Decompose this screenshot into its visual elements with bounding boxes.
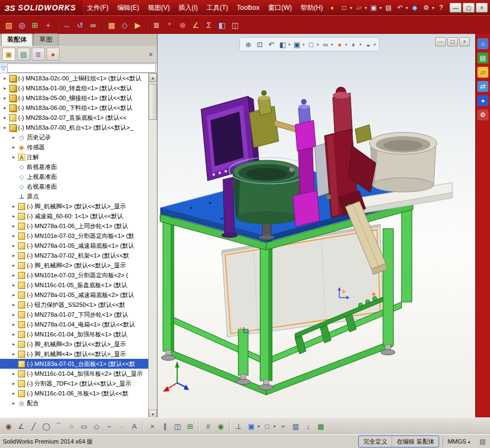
hide-show-items-button-dropdown[interactable]: ▾ — [331, 42, 333, 47]
view-palette-icon[interactable]: ⇄ — [477, 81, 488, 92]
tree-item[interactable]: ◇ 上视基准面 — [0, 172, 149, 182]
tree-item[interactable]: ▸ (-) 脚_机械脚<4> (默认<<默认>_显示 — [0, 349, 149, 359]
tree-item[interactable]: ▸ ◷ 历史记录 — [0, 132, 149, 142]
mass-properties-button[interactable]: Σ — [203, 19, 215, 31]
show-hidden-components-button[interactable]: ∞ — [87, 19, 99, 31]
model-canvas[interactable] — [158, 34, 475, 418]
tree-item[interactable]: ▸ (-) MN183a-07-01_台面板<1> (默认<<默 — [0, 359, 149, 369]
line-button[interactable]: ╱ — [28, 421, 39, 432]
display-style-button[interactable]: □ — [306, 39, 317, 50]
scrollbar-track[interactable] — [149, 82, 157, 410]
menu-item[interactable]: 编辑(E) — [113, 0, 143, 15]
menu-item[interactable]: 窗口(W) — [264, 0, 296, 15]
tree-item[interactable]: ▸ (-) MN278a-01-06_上同步轮<1> (默认 — [0, 221, 149, 231]
display-style-button-dropdown[interactable]: ▾ — [317, 42, 319, 47]
tree-item[interactable]: ▸ (-) 脚_机械脚<3> (默认<<默认>_显示 — [0, 339, 149, 349]
expand-arrow[interactable]: ▸ — [2, 75, 8, 81]
trim-entities-button[interactable]: × — [147, 421, 158, 432]
expand-arrow[interactable]: ▸ — [11, 213, 16, 219]
view-orientation-button-dropdown[interactable]: ▾ — [302, 42, 305, 47]
menu-item[interactable]: 文件(F) — [83, 0, 113, 15]
expand-arrow[interactable]: ▸ — [11, 400, 16, 406]
open-button-dropdown[interactable]: ▾ — [365, 5, 367, 10]
linear-sketch-pattern-button[interactable]: ⊞ — [184, 421, 196, 432]
hide-show-items-button[interactable]: ∞ — [320, 39, 331, 50]
tree-item[interactable]: ▸ (-) MN278a-01-04_电箱<1> (默认<<默认 — [0, 319, 149, 329]
expand-arrow[interactable]: ▸ — [11, 263, 16, 268]
exploded-view-button[interactable]: * — [164, 19, 176, 31]
expand-arrow[interactable]: ▸ — [11, 322, 16, 327]
measure-button[interactable]: ∠ — [190, 19, 202, 31]
view-settings-button[interactable]: ◒ — [363, 39, 374, 50]
tree-item[interactable]: ▸ (-) MN183a-06-00_下料组<1> (默认<<默认 — [0, 103, 149, 113]
options-button[interactable]: ⚙ — [421, 3, 431, 13]
units-selector[interactable]: MMGS ▴ — [442, 436, 475, 447]
manager-tabs-overflow-button[interactable]: » — [149, 50, 155, 58]
expand-arrow[interactable]: ▸ — [11, 203, 16, 209]
tree-item[interactable]: ▸ (-) MN278a-01-05_减速箱底板<1> (默认 — [0, 241, 149, 251]
tree-item[interactable]: ▸ (-) MN116c-01-04_加强吊板<2> (默认_显示 — [0, 369, 149, 379]
open-button[interactable]: ▱ — [354, 3, 364, 13]
expand-arrow[interactable]: ▸ — [11, 361, 16, 366]
tree-item[interactable]: ▸ (-) MN116c-01-05_振盘底板<1> (默认 — [0, 280, 149, 290]
ellipse-button[interactable]: ○ — [66, 421, 77, 432]
tree-item[interactable]: ▸ (-) MN273a-07-02_机架<1> (默认<<默 — [0, 251, 149, 260]
graphics-viewport[interactable]: ⊕⊡↶◧▾▣▾□▾∞▾●▾◐▾◒▾ —▢× — [158, 34, 475, 418]
tree-scrollbar[interactable]: ▲ ▼ — [148, 73, 157, 418]
smart-fasteners-button[interactable]: + — [42, 19, 54, 31]
tree-item[interactable]: ▸ (-) 脚_机械脚<1> (默认<<默认>_显示 — [0, 201, 149, 211]
expand-arrow[interactable]: ▸ — [2, 115, 8, 120]
expand-arrow[interactable]: ▸ — [2, 105, 8, 110]
polygon-button[interactable]: ◇ — [91, 421, 102, 432]
featuremanager-tab[interactable]: ▣ — [2, 48, 15, 61]
minimize-button[interactable]: — — [450, 3, 462, 13]
apply-scene-button-dropdown[interactable]: ▾ — [359, 42, 361, 47]
appearances-icon[interactable]: ● — [477, 95, 488, 106]
move-component-button[interactable]: ↔ — [61, 19, 73, 31]
tree-item[interactable]: ▸ (-) MN183a-02c-00_上铜柱组<1> (默认<<默认 — [0, 73, 149, 83]
menu-item[interactable]: Toolbox — [232, 0, 264, 15]
point-button[interactable]: · — [116, 421, 127, 432]
menu-pin-icon[interactable]: ♦ — [327, 4, 337, 11]
tree-item[interactable]: ▸ (-) 钮力保护器_SS250<1> (默认<<默 — [0, 300, 149, 310]
model-magenta-column[interactable] — [289, 99, 320, 226]
save-button-dropdown[interactable]: ▾ — [380, 5, 382, 10]
linear-component-pattern-button[interactable]: ⊞ — [29, 19, 41, 31]
menu-item[interactable]: 插入(I) — [174, 0, 202, 15]
edit-appearance-button-dropdown[interactable]: ▾ — [345, 42, 347, 47]
edit-appearance-button[interactable]: ● — [334, 39, 345, 50]
mirror-entities-button[interactable]: ◫ — [172, 421, 183, 432]
expand-arrow[interactable]: ▸ — [11, 144, 16, 150]
pattern-grid-button[interactable]: ▩ — [315, 421, 326, 432]
assembly-features-button[interactable]: ▦ — [106, 19, 118, 31]
screen-capture-button[interactable]: ◫ — [229, 19, 241, 31]
tree-item[interactable]: ▸ (-) MN116c-01-06_吊板<1> (默认<<默 — [0, 388, 149, 398]
expand-arrow[interactable]: ▸ — [11, 135, 16, 140]
rotate-component-button[interactable]: ↺ — [74, 19, 86, 31]
shaded-view-button-dropdown[interactable]: ▾ — [273, 424, 276, 429]
viewport-restore-button[interactable]: ▢ — [447, 37, 458, 46]
window-select-button[interactable]: ▥ — [290, 421, 301, 432]
expand-arrow[interactable]: ▸ — [11, 341, 16, 347]
expand-arrow[interactable]: ▸ — [11, 282, 16, 288]
insert-components-button[interactable]: ▧ — [3, 19, 15, 31]
model-olive-unit[interactable] — [249, 90, 298, 148]
maximize-button[interactable]: ▢ — [463, 3, 475, 13]
units-dropdown[interactable]: ▴ — [468, 439, 470, 444]
offset-entities-button[interactable]: ∥ — [159, 421, 171, 432]
tree-filter-input[interactable] — [7, 63, 156, 73]
save-button[interactable]: ▣ — [369, 3, 379, 13]
new-motion-study-button[interactable]: ▶ — [132, 19, 144, 31]
tree-item[interactable]: ▸ (-) 减速箱_60-60: 1<1> (默认<<默认 — [0, 211, 149, 221]
tree-item[interactable]: ▸ (-) 分割器_7DF<1> (默认<<默认>_显示 — [0, 379, 149, 388]
expand-arrow[interactable]: ▸ — [11, 331, 16, 337]
expand-arrow[interactable]: ▸ — [11, 312, 16, 317]
sketch-button[interactable]: ◉ — [3, 421, 14, 432]
circle-button[interactable]: ◯ — [40, 421, 52, 432]
view-planes-button-dropdown[interactable]: ▾ — [258, 424, 260, 429]
expand-arrow[interactable]: ▸ — [2, 125, 8, 130]
tree-item[interactable]: ▸ A 注解 — [0, 152, 149, 162]
grid-snap-button[interactable]: # — [202, 421, 214, 432]
new-document-button-dropdown[interactable]: ▾ — [350, 5, 352, 10]
section-view-button-dropdown[interactable]: ▾ — [288, 42, 290, 47]
